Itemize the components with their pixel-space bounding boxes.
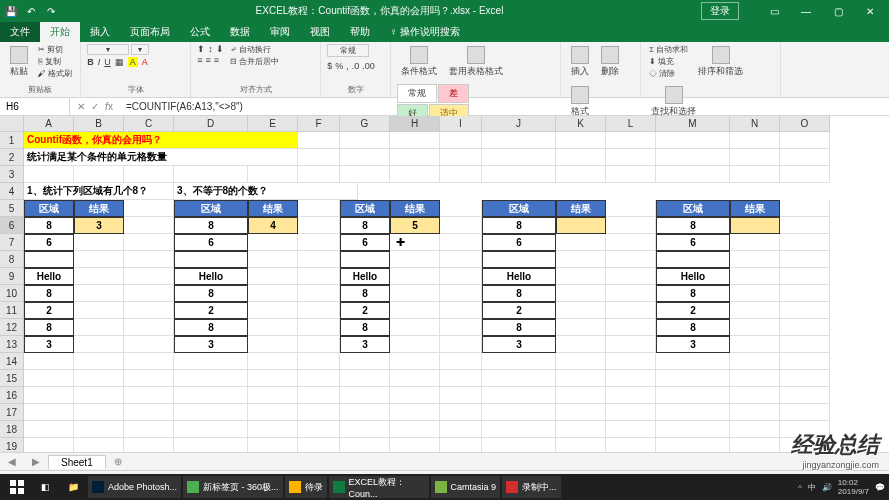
- cell[interactable]: [440, 166, 482, 183]
- cell[interactable]: [74, 319, 124, 336]
- tray-notifications-icon[interactable]: 💬: [875, 483, 885, 492]
- sheet-nav-prev-icon[interactable]: ◀: [0, 456, 24, 467]
- cell[interactable]: [248, 370, 298, 387]
- cell[interactable]: [780, 404, 830, 421]
- sheet-nav-next-icon[interactable]: ▶: [24, 456, 48, 467]
- cell[interactable]: [440, 387, 482, 404]
- col-header-L[interactable]: L: [606, 116, 656, 132]
- cell[interactable]: [730, 404, 780, 421]
- fill-button[interactable]: ⬇ 填充: [647, 56, 690, 67]
- cell[interactable]: [556, 166, 606, 183]
- cell[interactable]: [656, 132, 730, 149]
- cell[interactable]: [730, 370, 780, 387]
- maximize-icon[interactable]: ▢: [823, 1, 853, 21]
- cell[interactable]: [340, 353, 390, 370]
- col-header-J[interactable]: J: [482, 116, 556, 132]
- cell[interactable]: [298, 251, 340, 268]
- cell[interactable]: [390, 353, 440, 370]
- task-view-icon[interactable]: ◧: [32, 476, 58, 498]
- cell[interactable]: [482, 166, 556, 183]
- cell[interactable]: [780, 251, 830, 268]
- cell[interactable]: [298, 200, 340, 217]
- row-header-17[interactable]: 17: [0, 404, 24, 421]
- row-header-3[interactable]: 3: [0, 166, 24, 183]
- cell[interactable]: [248, 166, 298, 183]
- cell[interactable]: [440, 132, 482, 149]
- cell[interactable]: 8: [340, 217, 390, 234]
- cell[interactable]: [482, 251, 556, 268]
- comma-icon[interactable]: ,: [346, 61, 349, 71]
- cell[interactable]: 3: [174, 336, 248, 353]
- cell[interactable]: [298, 336, 340, 353]
- taskbar-app[interactable]: Camtasia 9: [431, 476, 501, 498]
- cell[interactable]: [556, 370, 606, 387]
- cell[interactable]: [390, 370, 440, 387]
- close-icon[interactable]: ✕: [855, 1, 885, 21]
- col-header-C[interactable]: C: [124, 116, 174, 132]
- cell[interactable]: [124, 353, 174, 370]
- cell[interactable]: [730, 336, 780, 353]
- col-header-O[interactable]: O: [780, 116, 830, 132]
- cell[interactable]: Hello: [24, 268, 74, 285]
- bold-button[interactable]: B: [87, 57, 94, 67]
- col-header-M[interactable]: M: [656, 116, 730, 132]
- cell[interactable]: [124, 285, 174, 302]
- cell[interactable]: [340, 404, 390, 421]
- row-header-4[interactable]: 4: [0, 183, 24, 200]
- cell[interactable]: [440, 404, 482, 421]
- row-header-15[interactable]: 15: [0, 370, 24, 387]
- cell[interactable]: [482, 404, 556, 421]
- cell[interactable]: [340, 387, 390, 404]
- cell[interactable]: 2: [174, 302, 248, 319]
- cell[interactable]: [174, 387, 248, 404]
- cell[interactable]: 8: [656, 285, 730, 302]
- cell[interactable]: [390, 149, 440, 166]
- cell[interactable]: [482, 387, 556, 404]
- cell[interactable]: [298, 387, 340, 404]
- tray-ime-icon[interactable]: 中: [808, 482, 816, 493]
- undo-icon[interactable]: ↶: [24, 4, 38, 18]
- row-header-12[interactable]: 12: [0, 319, 24, 336]
- cell[interactable]: [390, 438, 440, 452]
- cell[interactable]: [298, 234, 340, 251]
- cell[interactable]: [248, 268, 298, 285]
- font-color-button[interactable]: A: [142, 57, 148, 67]
- cell[interactable]: [730, 251, 780, 268]
- row-header-8[interactable]: 8: [0, 251, 24, 268]
- add-sheet-button[interactable]: ⊕: [106, 456, 130, 467]
- cell[interactable]: 5: [390, 217, 440, 234]
- percent-icon[interactable]: %: [335, 61, 343, 71]
- row-header-13[interactable]: 13: [0, 336, 24, 353]
- cell[interactable]: [606, 438, 656, 452]
- underline-button[interactable]: U: [104, 57, 111, 67]
- row-header-19[interactable]: 19: [0, 438, 24, 452]
- cell[interactable]: [298, 370, 340, 387]
- cell[interactable]: [656, 251, 730, 268]
- inc-decimal-icon[interactable]: .0: [352, 61, 360, 71]
- cell[interactable]: [24, 166, 74, 183]
- cell[interactable]: 8: [482, 217, 556, 234]
- cell[interactable]: 区域: [656, 200, 730, 217]
- row-header-6[interactable]: 6: [0, 217, 24, 234]
- cell[interactable]: [730, 217, 780, 234]
- cell[interactable]: 8: [24, 285, 74, 302]
- cell[interactable]: [656, 387, 730, 404]
- cell[interactable]: [390, 251, 440, 268]
- cell[interactable]: [606, 268, 656, 285]
- cell[interactable]: [656, 370, 730, 387]
- cell[interactable]: 区域: [340, 200, 390, 217]
- cell[interactable]: [390, 387, 440, 404]
- cell[interactable]: [556, 268, 606, 285]
- cell[interactable]: 6: [340, 234, 390, 251]
- cell[interactable]: [656, 166, 730, 183]
- cell[interactable]: [340, 438, 390, 452]
- cell[interactable]: [780, 438, 830, 452]
- align-middle-icon[interactable]: ↕: [208, 44, 213, 54]
- worksheet[interactable]: ABCDEFGHIJKLMNO 123456789101112131415161…: [0, 116, 889, 452]
- cell[interactable]: [248, 387, 298, 404]
- enter-formula-icon[interactable]: ✓: [91, 101, 99, 112]
- cell[interactable]: [340, 132, 390, 149]
- cell[interactable]: [340, 370, 390, 387]
- cell[interactable]: 1、统计下列区域有几个8？: [24, 183, 174, 200]
- system-tray[interactable]: ^ 中 🔊 10:022019/9/7 💬: [798, 478, 885, 496]
